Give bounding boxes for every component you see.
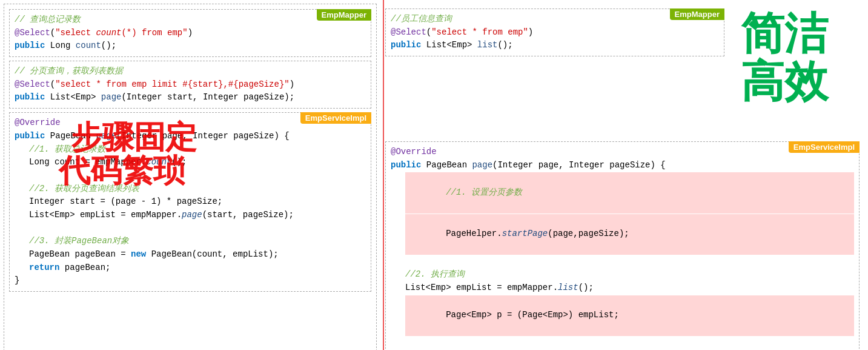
overlay-gaoxiao: 高效 xyxy=(741,58,828,106)
right-empmapper-block: EmpMapper //员工信息查询 @Select("select * fro… xyxy=(385,8,724,56)
r-spacer-2 xyxy=(391,337,854,350)
code-comment-3: //1. 获取总记录数 xyxy=(29,143,366,156)
code-line-8: Integer start = (page - 1) * pageSize; xyxy=(29,195,366,209)
r-code-3: List<Emp> empList = empMapper.list(); xyxy=(405,281,854,295)
left-empmapper-block: EmpMapper // 查询总记录数 @Select("select coun… xyxy=(9,9,371,57)
r-highlight-3: Page<Emp> p = (Page<Emp>) empList; xyxy=(405,295,854,336)
left-badge-empserviceimpl: EmpServiceImpl xyxy=(300,112,371,124)
left-panel: EmpMapper // 查询总记录数 @Select("select coun… xyxy=(4,4,377,350)
code-line-12: } xyxy=(15,274,366,288)
r-highlight-1: //1. 设置分页参数 xyxy=(405,172,854,213)
left-empmapper-block2: // 分页查询，获取列表数据 @Select("select * from em… xyxy=(9,61,371,109)
code-line-11: return pageBean; xyxy=(29,261,366,275)
r-spacer-1 xyxy=(391,255,854,269)
comment-1: // 查询总记录数 xyxy=(15,13,366,27)
code-spacer-2 xyxy=(15,222,366,235)
code-comment-4: //2. 获取分页查询结果列表 xyxy=(29,183,366,196)
r-code-2: public PageBean page(Integer page, Integ… xyxy=(391,159,854,172)
right-badge-empserviceimpl: EmpServiceImpl xyxy=(789,141,860,153)
left-badge-empmapper: EmpMapper xyxy=(317,9,371,21)
overlay-jiejie: 简洁 xyxy=(741,10,828,58)
code-line-3: public Long count(); xyxy=(15,39,366,53)
right-overlay-area: 简洁 高效 xyxy=(741,10,828,106)
r-comment-2: //2. 执行查询 xyxy=(405,268,854,281)
main-container: EmpMapper // 查询总记录数 @Select("select coun… xyxy=(0,0,868,350)
code-line-4: @Select("select * from emp limit #{start… xyxy=(15,78,366,92)
code-line-6: public PageBean page(Integer page, Integ… xyxy=(15,130,366,143)
code-comment-5: //3. 封装PageBean对象 xyxy=(29,235,366,248)
code-line-9: List<Emp> empList = empMapper.page(start… xyxy=(29,209,366,222)
r-override: @Override xyxy=(391,146,854,159)
r-highlight-2: PageHelper.startPage(page,pageSize); xyxy=(405,214,854,255)
code-line-2: @Select("select count(*) from emp") xyxy=(15,27,366,40)
comment-2: // 分页查询，获取列表数据 xyxy=(15,65,366,78)
r-code-line-1: @Select("select * from emp") xyxy=(391,26,719,39)
right-empserviceimpl-block: EmpServiceImpl @Override public PageBean… xyxy=(385,141,860,350)
code-line-10: PageBean pageBean = new PageBean(count, … xyxy=(29,248,366,261)
right-panel: EmpMapper //员工信息查询 @Select("select * fro… xyxy=(380,4,864,350)
left-empserviceimpl-block: EmpServiceImpl @Override public PageBean… xyxy=(9,112,371,292)
code-line-7: Long count = empMapper.count(); xyxy=(29,156,366,169)
code-line-5: public List<Emp> page(Integer start, Int… xyxy=(15,91,366,104)
code-spacer-1 xyxy=(15,169,366,183)
r-code-line-2: public List<Emp> list(); xyxy=(391,39,719,52)
right-badge-empmapper: EmpMapper xyxy=(670,8,724,20)
